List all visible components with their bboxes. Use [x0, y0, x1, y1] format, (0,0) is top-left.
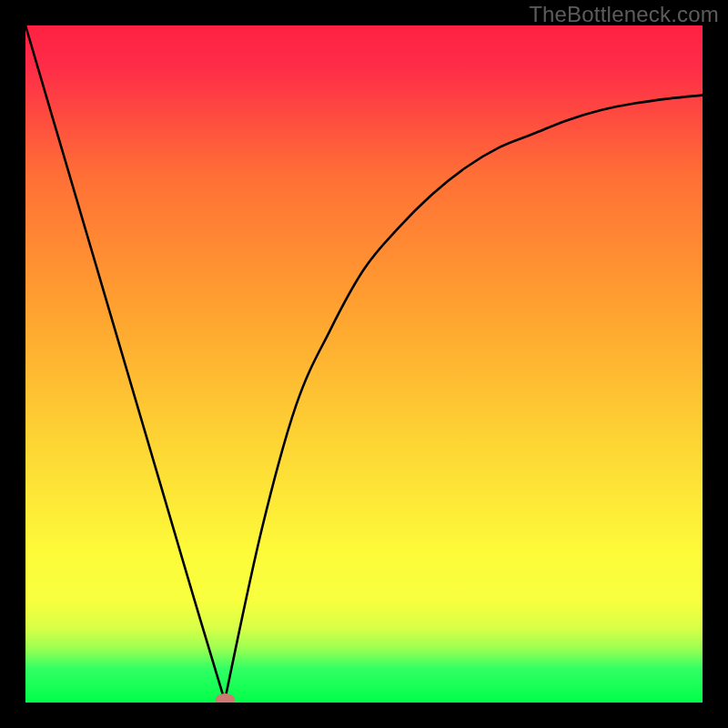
plot-svg: [25, 25, 703, 703]
chart-frame: TheBottleneck.com: [0, 0, 728, 728]
plot-area: [25, 25, 703, 703]
gradient-background: [25, 25, 703, 703]
watermark-text: TheBottleneck.com: [529, 2, 719, 27]
